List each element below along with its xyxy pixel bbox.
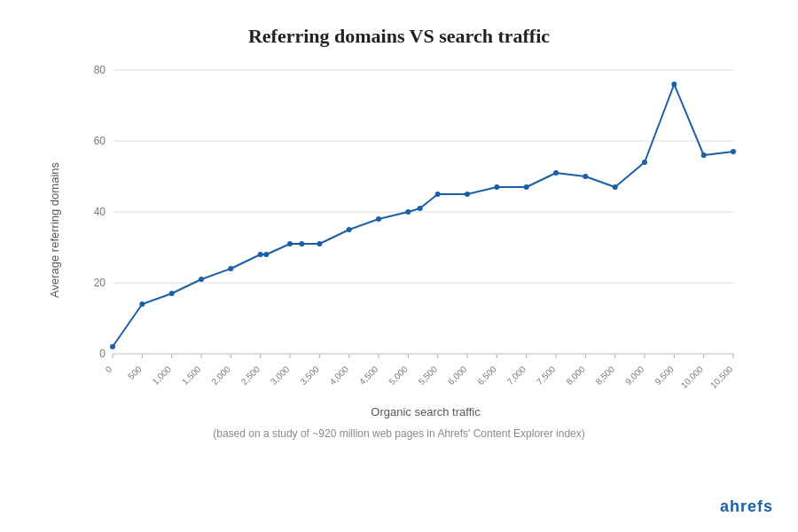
svg-text:40: 40 — [93, 206, 106, 218]
svg-text:7,500: 7,500 — [534, 364, 557, 387]
svg-point-70 — [465, 192, 470, 197]
main-container: Referring domains VS search traffic Aver… — [0, 0, 798, 532]
svg-point-58 — [199, 277, 204, 282]
svg-text:80: 80 — [93, 64, 106, 76]
svg-point-55 — [110, 344, 115, 349]
svg-point-60 — [257, 252, 262, 257]
svg-text:8,500: 8,500 — [593, 364, 616, 387]
svg-text:7,000: 7,000 — [505, 364, 528, 387]
svg-point-67 — [405, 209, 411, 215]
svg-text:4,000: 4,000 — [327, 364, 350, 387]
svg-point-75 — [612, 184, 617, 190]
svg-text:10,000: 10,000 — [678, 364, 705, 390]
svg-text:6,500: 6,500 — [475, 364, 498, 387]
svg-point-56 — [139, 301, 145, 307]
svg-text:0: 0 — [103, 364, 113, 374]
y-axis-label: Average referring domains — [48, 162, 61, 298]
svg-text:500: 500 — [126, 364, 144, 381]
svg-point-74 — [583, 174, 588, 179]
svg-point-73 — [553, 170, 559, 176]
svg-text:5,000: 5,000 — [387, 364, 410, 387]
chart-title: Referring domains VS search traffic — [248, 25, 550, 48]
svg-point-77 — [671, 82, 677, 87]
svg-text:1,000: 1,000 — [150, 364, 173, 387]
branding-logo: ahrefs — [720, 497, 773, 516]
svg-text:9,000: 9,000 — [622, 364, 645, 387]
svg-point-66 — [376, 216, 381, 222]
svg-text:2,500: 2,500 — [239, 364, 262, 387]
svg-text:0: 0 — [99, 348, 106, 360]
svg-point-59 — [228, 266, 233, 271]
svg-text:9,500: 9,500 — [653, 364, 676, 387]
chart-svg: 02040608005001,0001,5002,0002,5003,0003,… — [68, 61, 751, 398]
svg-point-71 — [494, 184, 499, 190]
svg-point-76 — [642, 160, 647, 165]
footnote: (based on a study of ~920 million web pa… — [213, 427, 585, 440]
svg-point-78 — [700, 153, 706, 158]
svg-text:8,000: 8,000 — [564, 364, 587, 387]
svg-text:6,000: 6,000 — [445, 364, 468, 387]
svg-point-65 — [346, 227, 351, 232]
svg-point-63 — [299, 241, 304, 246]
svg-point-64 — [317, 241, 322, 246]
svg-point-57 — [168, 291, 174, 296]
svg-text:1,500: 1,500 — [179, 364, 202, 387]
svg-text:3,000: 3,000 — [268, 364, 291, 387]
svg-point-62 — [287, 241, 293, 246]
x-axis-label: Organic search traffic — [371, 405, 480, 419]
svg-point-72 — [523, 184, 528, 190]
svg-text:4,500: 4,500 — [356, 364, 379, 387]
svg-point-68 — [417, 206, 422, 211]
svg-text:2,000: 2,000 — [209, 364, 232, 387]
svg-point-61 — [263, 252, 269, 257]
svg-text:3,500: 3,500 — [298, 364, 321, 387]
svg-point-79 — [731, 149, 736, 154]
svg-point-69 — [434, 192, 440, 197]
svg-text:10,500: 10,500 — [708, 364, 735, 390]
svg-text:20: 20 — [93, 277, 106, 289]
svg-text:60: 60 — [93, 135, 106, 147]
svg-text:5,500: 5,500 — [416, 364, 439, 387]
